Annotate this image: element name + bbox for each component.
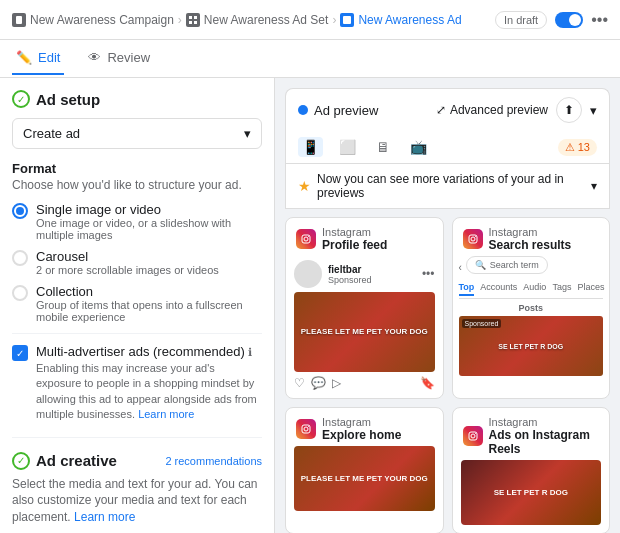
search-tab-tags[interactable]: Tags: [552, 282, 571, 296]
multi-advertiser-info-icon: ℹ: [248, 346, 252, 358]
heart-icon[interactable]: ♡: [294, 376, 305, 390]
search-icon-sm: 🔍: [475, 260, 486, 270]
section-divider: [12, 437, 262, 438]
mobile-tab[interactable]: 📱: [298, 137, 323, 157]
eye-icon: 👁: [88, 50, 101, 65]
create-ad-dropdown[interactable]: Create ad ▾: [12, 118, 262, 149]
post-sponsored: Sponsored: [328, 275, 422, 285]
comment-icon[interactable]: 💬: [311, 376, 326, 390]
back-icon[interactable]: ‹: [459, 262, 462, 273]
desktop-tab[interactable]: 🖥: [372, 137, 394, 157]
multi-advertiser-option[interactable]: ✓ Multi-advertiser ads (recommended) ℹ E…: [12, 333, 262, 423]
radio-carousel[interactable]: Carousel 2 or more scrollable images or …: [12, 249, 262, 276]
search-tab-accounts[interactable]: Accounts: [480, 282, 517, 296]
radio-single-image[interactable]: Single image or video One image or video…: [12, 202, 262, 241]
svg-rect-0: [16, 16, 22, 24]
search-tabs: Top Accounts Audio Tags Places: [459, 282, 604, 299]
device-tabs: 📱 ⬜ 🖥 📺 ⚠ 13: [285, 131, 610, 164]
search-platform: Instagram: [489, 226, 600, 238]
box-icon: [340, 13, 354, 27]
multi-advertiser-checkbox[interactable]: ✓: [12, 345, 28, 361]
pencil-icon: ✏️: [16, 50, 32, 65]
reels-image: SE LET PET R DOG: [461, 460, 602, 525]
tab-review[interactable]: 👁 Review: [84, 42, 154, 75]
posts-label: Posts: [459, 303, 604, 313]
document-icon: [12, 13, 26, 27]
variation-banner: ★ Now you can see more variations of you…: [285, 164, 610, 209]
chevron-down-icon: ▾: [244, 126, 251, 141]
svg-point-13: [304, 427, 308, 431]
profile-feed-content: fieltbar Sponsored ••• PLEASE LET ME PET…: [286, 256, 443, 398]
grid-icon: [186, 13, 200, 27]
search-ad-text: SE LET PET R DOG: [498, 343, 563, 350]
preview-card-profile-feed: Instagram Profile feed fieltbar Sponsore…: [285, 217, 444, 399]
share-icon[interactable]: ▷: [332, 376, 341, 390]
multi-advertiser-learn-more[interactable]: Learn more: [138, 408, 194, 420]
reels-content: SE LET PET R DOG: [453, 460, 610, 533]
save-icon[interactable]: 🔖: [420, 376, 435, 390]
svg-point-10: [471, 237, 475, 241]
preview-header: Ad preview ⤢ Advanced preview ⬆ ▾: [285, 88, 610, 131]
status-toggle[interactable]: [555, 12, 583, 28]
ad-setup-title: Ad setup: [36, 91, 100, 108]
breadcrumb-item-campaign[interactable]: New Awareness Campaign: [12, 13, 174, 27]
radio-single-sublabel: One image or video, or a slideshow with …: [36, 217, 262, 241]
format-label: Format: [12, 161, 262, 176]
svg-rect-5: [343, 16, 351, 24]
top-right-controls: In draft •••: [495, 11, 608, 29]
advanced-preview-button[interactable]: ⤢ Advanced preview: [436, 103, 548, 117]
svg-point-14: [308, 426, 309, 427]
svg-rect-4: [194, 21, 197, 24]
breadcrumb-item-adset[interactable]: New Awareness Ad Set: [186, 13, 329, 27]
search-name: Search results: [489, 238, 600, 252]
variation-chevron[interactable]: ▾: [591, 179, 597, 193]
ad-creative-title: Ad creative: [36, 452, 117, 469]
post-name: fieltbar: [328, 264, 422, 275]
check-icon: ✓: [12, 90, 30, 108]
reels-ad-text: SE LET PET R DOG: [494, 488, 568, 497]
search-content: ‹ 🔍 Search term Top Accounts Audio Tags …: [453, 256, 610, 382]
profile-feed-image: PLEASE LET ME PET YOUR DOG: [294, 292, 435, 372]
explore-ad-text: PLEASE LET ME PET YOUR DOG: [301, 474, 428, 483]
svg-point-7: [304, 237, 308, 241]
preview-dot: [298, 105, 308, 115]
search-tab-audio[interactable]: Audio: [523, 282, 546, 296]
svg-point-11: [475, 236, 476, 237]
search-tab-places[interactable]: Places: [577, 282, 604, 296]
ad-text-overlay: PLEASE LET ME PET YOUR DOG: [301, 327, 428, 337]
post-more-icon[interactable]: •••: [422, 267, 435, 281]
instagram-icon-search: [463, 229, 483, 249]
tv-tab[interactable]: 📺: [406, 137, 431, 157]
more-options-button[interactable]: •••: [591, 11, 608, 29]
dropdown-arrow-icon[interactable]: ▾: [590, 103, 597, 118]
edit-review-bar: ✏️ Edit 👁 Review: [0, 40, 620, 78]
radio-collection-sublabel: Group of items that opens into a fullscr…: [36, 299, 262, 323]
ad-creative-header: ✓ Ad creative 2 recommendations: [12, 452, 262, 470]
profile-feed-platform: Instagram: [322, 226, 433, 238]
radio-collection[interactable]: Collection Group of items that opens int…: [12, 284, 262, 323]
radio-carousel-label: Carousel: [36, 249, 219, 264]
search-bar-mock[interactable]: 🔍 Search term: [466, 256, 548, 274]
svg-point-17: [475, 433, 476, 434]
tablet-tab[interactable]: ⬜: [335, 137, 360, 157]
radio-single-label: Single image or video: [36, 202, 262, 217]
svg-point-8: [308, 236, 309, 237]
search-tab-top[interactable]: Top: [459, 282, 475, 296]
multi-advertiser-label: Multi-advertiser ads (recommended) ℹ: [36, 344, 262, 359]
share-button[interactable]: ⬆: [556, 97, 582, 123]
right-panel: Ad preview ⤢ Advanced preview ⬆ ▾ 📱 ⬜ 🖥 …: [275, 78, 620, 533]
tab-edit[interactable]: ✏️ Edit: [12, 42, 64, 75]
expand-icon: ⤢: [436, 103, 446, 117]
creative-learn-more[interactable]: Learn more: [74, 510, 135, 524]
svg-rect-2: [194, 16, 197, 19]
top-bar: New Awareness Campaign › New Awareness A…: [0, 0, 620, 40]
preview-grid: Instagram Profile feed fieltbar Sponsore…: [285, 217, 610, 533]
svg-rect-1: [189, 16, 192, 19]
share-icon: ⬆: [564, 103, 574, 117]
variation-text: Now you can see more variations of your …: [317, 172, 591, 200]
breadcrumb-item-ad[interactable]: New Awareness Ad: [340, 13, 461, 27]
radio-carousel-indicator: [12, 250, 28, 266]
preview-label: Ad preview: [314, 103, 378, 118]
warning-badge: ⚠ 13: [558, 139, 597, 156]
recommendations-badge[interactable]: 2 recommendations: [165, 455, 262, 467]
